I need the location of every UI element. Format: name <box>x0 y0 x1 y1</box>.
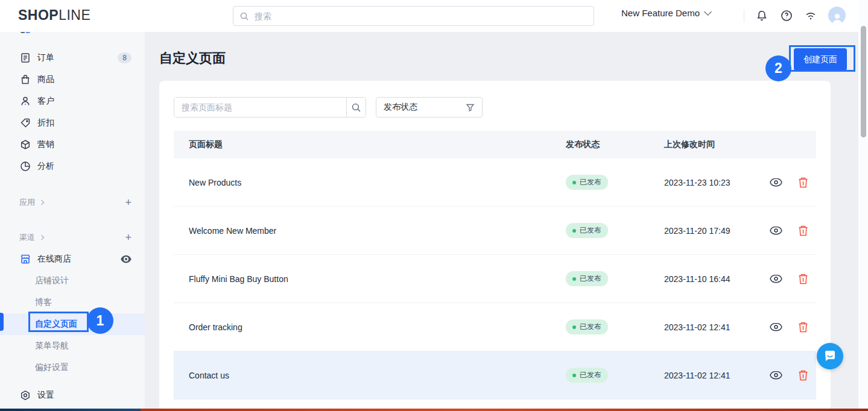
delete-button[interactable] <box>798 369 808 381</box>
delete-button[interactable] <box>798 225 808 236</box>
eye-icon <box>770 371 782 380</box>
eye-icon <box>770 226 782 235</box>
sidebar-item-label: 店铺设计 <box>35 275 69 286</box>
status-badge: 已发布 <box>566 223 608 238</box>
store-visibility-eye-icon[interactable] <box>121 255 131 263</box>
sidebar: 订单 8 商品 客户 折扣 营销 <box>0 32 145 411</box>
eye-icon <box>770 274 782 283</box>
delete-button[interactable] <box>798 321 808 333</box>
sidebar-item-label: 自定义页面 <box>35 319 77 330</box>
status-badge: 已发布 <box>566 319 608 334</box>
sidebar-item-products[interactable]: 商品 <box>0 69 145 90</box>
section-label: 渠道 <box>19 232 35 243</box>
preview-button[interactable] <box>770 371 782 380</box>
sidebar-item-orders[interactable]: 订单 8 <box>0 47 145 69</box>
sidebar-item-settings[interactable]: 设置 <box>0 384 145 406</box>
page-title-cell: Welcome New Member <box>174 226 566 236</box>
notifications-button[interactable] <box>754 8 770 24</box>
avatar[interactable] <box>828 7 846 24</box>
dashboard-icon <box>19 32 31 34</box>
sidebar-item-custom-pages[interactable]: 自定义页面 <box>0 313 145 335</box>
delete-button[interactable] <box>798 177 808 188</box>
page-title-cell: Order tracking <box>174 322 566 332</box>
sidebar-section-apps[interactable]: 应用 + <box>0 192 145 213</box>
sidebar-item-label: 营销 <box>37 139 54 150</box>
gear-icon <box>19 390 31 401</box>
preview-button[interactable] <box>770 178 782 187</box>
add-channel-button[interactable]: + <box>125 231 131 244</box>
trash-icon <box>798 321 808 333</box>
sidebar-item-store-design[interactable]: 店铺设计 <box>0 270 145 292</box>
filter-label: 发布状态 <box>384 102 417 113</box>
sidebar-item-label: 商品 <box>37 74 54 85</box>
active-item-indicator <box>0 313 4 331</box>
sidebar-item-label: 在线商店 <box>37 254 71 265</box>
table-row[interactable]: Contact us 已发布 2023-11-02 12:41 <box>174 351 816 400</box>
help-button[interactable] <box>779 8 794 24</box>
preview-button[interactable] <box>770 322 782 331</box>
status-badge: 已发布 <box>566 175 608 190</box>
sidebar-item-marketing[interactable]: 营销 <box>0 134 145 155</box>
chevron-down-icon <box>704 8 712 16</box>
analytics-pie-icon <box>19 161 31 172</box>
sidebar-item-customers[interactable]: 客户 <box>0 90 145 112</box>
sidebar-item-label: 分析 <box>37 161 54 172</box>
modified-time: 2023-11-20 17:49 <box>664 226 770 236</box>
page-title-cell: New Products <box>174 178 566 187</box>
tutorial-step-2-badge: 2 <box>765 55 791 81</box>
topbar: SHOPLINE New Feature Demo <box>0 0 858 32</box>
page-title-cell: Contact us <box>174 371 566 380</box>
table-row[interactable]: New Products 已发布 2023-11-23 10:23 <box>174 158 816 207</box>
sidebar-item-online-store[interactable]: 在线商店 <box>0 248 145 270</box>
help-icon <box>781 10 793 22</box>
preview-button[interactable] <box>770 274 782 283</box>
support-chat-button[interactable] <box>817 343 843 369</box>
page-title-search[interactable] <box>174 97 366 118</box>
wifi-icon <box>804 10 817 22</box>
bell-icon <box>756 10 768 22</box>
marketing-box-icon <box>19 139 31 151</box>
search-icon <box>239 11 249 21</box>
page-scrollbar-thumb[interactable] <box>861 26 866 137</box>
sidebar-item-label: 设置 <box>37 390 54 401</box>
user-icon <box>831 12 844 24</box>
network-status-button[interactable] <box>803 8 819 24</box>
sidebar-section-channels[interactable]: 渠道 + <box>0 227 145 248</box>
store-selector[interactable]: New Feature Demo <box>621 8 711 18</box>
sidebar-item-home-clipped[interactable] <box>0 32 145 39</box>
add-app-button[interactable]: + <box>125 196 131 209</box>
sidebar-item-blog[interactable]: 博客 <box>0 292 145 313</box>
sidebar-item-label: 菜单导航 <box>35 340 69 351</box>
search-submit-button[interactable] <box>346 98 366 117</box>
sidebar-item-discounts[interactable]: 折扣 <box>0 112 145 134</box>
orders-count-badge: 8 <box>118 52 131 63</box>
status-dot-icon <box>572 277 576 281</box>
chevron-right-icon <box>39 235 44 240</box>
create-page-button[interactable]: 创建页面 <box>794 48 847 71</box>
storefront-icon <box>19 254 31 265</box>
status-badge: 已发布 <box>566 368 608 383</box>
products-icon <box>19 74 31 86</box>
status-dot-icon <box>572 181 576 184</box>
app-window: SHOPLINE New Feature Demo <box>0 0 868 411</box>
modified-time: 2023-11-10 16:44 <box>664 274 770 284</box>
eye-icon <box>770 322 782 331</box>
table-row[interactable]: Welcome New Member 已发布 2023-11-20 17:49 <box>174 207 816 255</box>
shopline-logo[interactable]: SHOPLINE <box>18 7 90 24</box>
page-title-cell: Fluffy Mini Bag Buy Button <box>174 274 566 284</box>
sidebar-item-analytics[interactable]: 分析 <box>0 155 145 177</box>
delete-button[interactable] <box>798 273 808 284</box>
page-scrollbar-track[interactable] <box>858 0 868 411</box>
preview-button[interactable] <box>770 226 782 235</box>
trash-icon <box>798 177 808 188</box>
main-content: 自定义页面 创建页面 发布状态 页面标题 发布状态 上次修改时间 <box>145 32 858 411</box>
global-search[interactable] <box>233 6 594 26</box>
sidebar-item-menu-navigation[interactable]: 菜单导航 <box>0 335 145 357</box>
publish-status-filter[interactable]: 发布状态 <box>376 97 483 118</box>
table-row[interactable]: Fluffy Mini Bag Buy Button 已发布 2023-11-1… <box>174 255 816 303</box>
status-dot-icon <box>572 325 576 329</box>
table-row[interactable]: Order tracking 已发布 2023-11-02 12:41 <box>174 303 816 351</box>
page-title-search-input[interactable] <box>174 98 346 117</box>
sidebar-item-preferences[interactable]: 偏好设置 <box>0 357 145 378</box>
global-search-input[interactable] <box>253 11 588 22</box>
